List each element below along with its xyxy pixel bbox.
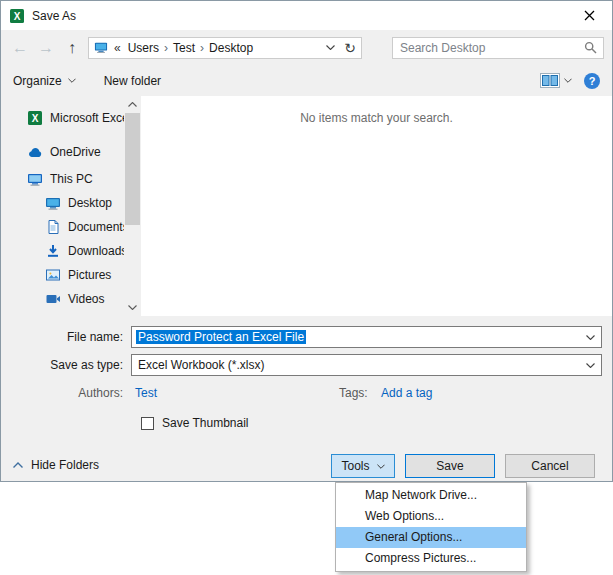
save-thumbnail-label[interactable]: Save Thumbnail xyxy=(162,416,249,430)
chevron-down-icon xyxy=(377,464,385,469)
sidebar-item-microsoft-excel[interactable]: X Microsoft Excel xyxy=(1,106,141,130)
breadcrumb-item-desktop[interactable]: Desktop xyxy=(205,41,257,55)
svg-text:X: X xyxy=(32,113,39,124)
chevron-down-icon xyxy=(68,78,76,83)
empty-message: No items match your search. xyxy=(300,111,453,125)
chevron-down-icon[interactable] xyxy=(586,363,595,368)
menu-item-compress-pictures[interactable]: Compress Pictures... xyxy=(336,548,526,569)
save-thumbnail-option: Save Thumbnail xyxy=(141,416,249,430)
forward-button[interactable]: → xyxy=(33,35,59,61)
breadcrumb-collapsed[interactable]: « xyxy=(112,41,124,55)
up-button[interactable]: ↑ xyxy=(59,35,85,61)
menu-item-web-options[interactable]: Web Options... xyxy=(336,506,526,527)
this-pc-icon xyxy=(27,171,43,187)
browse-area: X Microsoft Excel OneDrive This PC Deskt… xyxy=(1,96,612,316)
up-arrow-icon: ↑ xyxy=(68,39,76,57)
sidebar-item-label: This PC xyxy=(50,172,93,186)
sidebar-item-label: Desktop xyxy=(68,196,112,210)
onedrive-icon xyxy=(27,145,43,160)
new-folder-button[interactable]: New folder xyxy=(104,74,161,88)
save-button[interactable]: Save xyxy=(405,454,495,478)
help-button[interactable]: ? xyxy=(584,73,600,89)
sidebar-item-onedrive[interactable]: OneDrive xyxy=(1,140,141,164)
save-as-type-label: Save as type: xyxy=(1,358,123,372)
menu-item-map-network-drive[interactable]: Map Network Drive... xyxy=(336,485,526,506)
chevron-up-icon xyxy=(13,462,23,468)
menu-item-general-options[interactable]: General Options... xyxy=(336,527,526,548)
sidebar-item-pictures[interactable]: Pictures xyxy=(1,263,141,287)
search-box[interactable] xyxy=(392,37,604,59)
file-name-input[interactable]: Password Protect an Excel File xyxy=(131,326,602,348)
sidebar-item-label: Microsoft Excel xyxy=(50,111,131,125)
save-label: Save xyxy=(436,459,463,473)
downloads-icon xyxy=(45,243,61,259)
address-dropdown-button[interactable] xyxy=(322,45,339,50)
sidebar-item-label: Videos xyxy=(68,292,104,306)
sidebar-item-downloads[interactable]: Downloads xyxy=(1,239,141,263)
file-list[interactable]: No items match your search. xyxy=(141,96,612,316)
organize-label: Organize xyxy=(13,74,62,88)
command-bar: Organize New folder ? xyxy=(1,65,612,96)
address-bar[interactable]: « Users › Test › Desktop ↻ xyxy=(88,37,362,59)
save-as-dialog: X Save As ← → ↑ « Users › Test › Desktop xyxy=(0,0,613,482)
tools-button[interactable]: Tools xyxy=(331,454,395,478)
search-input[interactable] xyxy=(393,41,577,55)
excel-icon: X xyxy=(27,110,43,126)
sidebar-item-label: Pictures xyxy=(68,268,111,282)
sidebar-item-label: Documents xyxy=(68,220,129,234)
refresh-icon: ↻ xyxy=(344,40,356,56)
sidebar-item-desktop[interactable]: Desktop xyxy=(1,191,141,215)
save-as-type-value: Excel Workbook (*.xlsx) xyxy=(136,358,264,372)
view-options-button[interactable] xyxy=(540,73,572,88)
close-icon xyxy=(584,10,595,21)
cancel-button[interactable]: Cancel xyxy=(505,454,595,478)
cancel-label: Cancel xyxy=(531,459,568,473)
svg-text:X: X xyxy=(14,11,21,22)
tools-menu: Map Network Drive... Web Options... Gene… xyxy=(335,482,527,572)
forward-arrow-icon: → xyxy=(38,39,54,57)
search-icon xyxy=(577,41,603,54)
scroll-down-button[interactable] xyxy=(124,299,141,316)
hide-folders-button[interactable]: Hide Folders xyxy=(13,458,99,472)
chevron-down-icon xyxy=(564,78,572,83)
close-button[interactable] xyxy=(567,1,612,30)
hide-folders-label: Hide Folders xyxy=(31,458,99,472)
tools-label: Tools xyxy=(341,459,369,473)
chevron-down-icon[interactable] xyxy=(586,335,595,340)
desktop-icon xyxy=(45,195,61,211)
organize-button[interactable]: Organize xyxy=(13,74,76,88)
navigation-bar: ← → ↑ « Users › Test › Desktop ↻ xyxy=(1,30,612,65)
window-title: Save As xyxy=(32,9,76,23)
sidebar-item-label: Downloads xyxy=(68,244,127,258)
form-area: File name: Password Protect an Excel Fil… xyxy=(1,316,612,451)
excel-app-icon: X xyxy=(9,8,25,24)
save-as-type-select[interactable]: Excel Workbook (*.xlsx) xyxy=(131,354,602,376)
view-options-icon xyxy=(540,73,560,88)
sidebar-item-label: OneDrive xyxy=(50,145,101,159)
chevron-down-icon xyxy=(326,45,335,50)
save-thumbnail-checkbox[interactable] xyxy=(141,417,154,430)
navigation-pane: X Microsoft Excel OneDrive This PC Deskt… xyxy=(1,96,141,316)
titlebar: X Save As xyxy=(1,1,612,30)
file-name-label: File name: xyxy=(1,330,123,344)
scroll-up-button[interactable] xyxy=(124,96,141,113)
back-arrow-icon: ← xyxy=(12,39,28,57)
new-folder-label: New folder xyxy=(104,74,161,88)
sidebar-item-videos[interactable]: Videos xyxy=(1,287,141,311)
breadcrumb-item-users[interactable]: Users xyxy=(124,41,163,55)
authors-value-link[interactable]: Test xyxy=(135,386,157,400)
scrollbar-thumb[interactable] xyxy=(125,113,140,225)
location-icon xyxy=(94,41,108,54)
add-a-tag-link[interactable]: Add a tag xyxy=(381,386,432,400)
breadcrumb-item-test[interactable]: Test xyxy=(169,41,199,55)
tags-label: Tags: xyxy=(339,386,368,400)
documents-icon xyxy=(45,219,61,235)
sidebar-item-documents[interactable]: Documents xyxy=(1,215,141,239)
sidebar-scrollbar[interactable] xyxy=(124,96,141,316)
back-button[interactable]: ← xyxy=(7,35,33,61)
refresh-button[interactable]: ↻ xyxy=(339,40,361,56)
authors-label: Authors: xyxy=(1,386,123,400)
file-name-selected-text: Password Protect an Excel File xyxy=(136,330,306,344)
footer-bar: Hide Folders Tools Save Cancel xyxy=(1,451,612,481)
sidebar-item-this-pc[interactable]: This PC xyxy=(1,167,141,191)
